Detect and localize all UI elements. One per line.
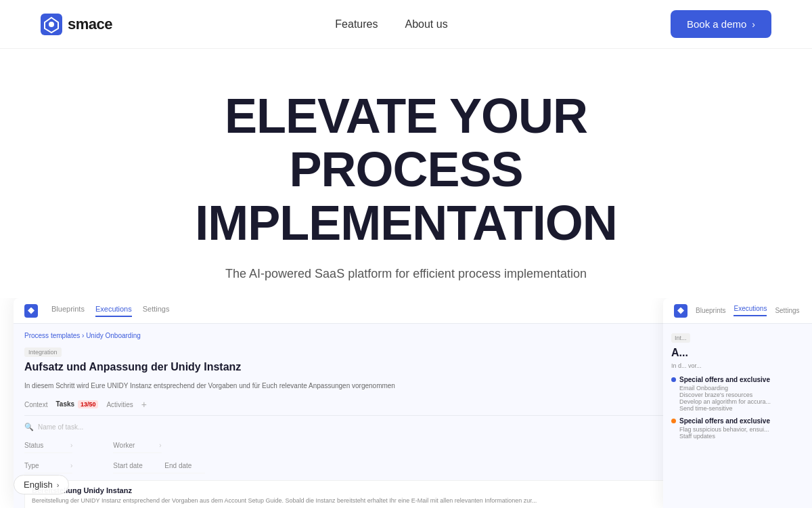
screenshot-area: Blueprints Executions Settings msadovaya…: [0, 298, 812, 508]
right-list-item-2: Special offers and exclusive Flag suspic…: [671, 417, 804, 440]
right-desc: In d... vor...: [671, 362, 804, 369]
language-selector[interactable]: English ›: [14, 475, 69, 494]
tab-activities[interactable]: Activities: [106, 401, 133, 408]
right-list-2-sub-1: Flag suspicious behavior, ensui...: [679, 426, 804, 433]
svg-point-1: [49, 22, 54, 27]
language-arrow-icon: ›: [57, 481, 60, 489]
navbar: smace Features About us Book a demo ›: [0, 0, 812, 49]
filter-type-arrow-icon: ›: [70, 462, 72, 469]
nav-links: Features About us: [335, 18, 447, 30]
tab-tasks[interactable]: Tasks 13/50: [55, 400, 98, 408]
mockup-logo-icon: [24, 304, 38, 318]
right-topbar: Blueprints Executions Settings: [663, 298, 812, 324]
right-list-2-sub-2: Staff updates: [679, 433, 804, 440]
right-list-1-sub-1: Email Onboarding: [679, 385, 804, 391]
add-tab-icon[interactable]: +: [141, 399, 147, 410]
filter-worker[interactable]: Worker ›: [113, 438, 161, 453]
mockup-nav: Blueprints Executions Settings: [51, 305, 671, 317]
right-list-2-content: Special offers and exclusive Flag suspic…: [679, 417, 804, 440]
right-integration-tag: Int...: [671, 333, 690, 343]
right-dot-blue: [671, 377, 676, 382]
filter-status[interactable]: Status ›: [24, 438, 72, 453]
logo-text: smace: [68, 16, 112, 33]
app-mockup-right: Blueprints Executions Settings Int... A.…: [663, 298, 812, 508]
right-list-1-sub-4: Send time-sensitive: [679, 405, 804, 412]
mockup-task-title: Aufsatz und Anpassung der Unidy Instanz: [24, 361, 241, 373]
smace-logo-icon: [41, 14, 62, 35]
right-nav-settings[interactable]: Settings: [775, 307, 799, 314]
filter-type[interactable]: Type ›: [24, 459, 72, 473]
right-content: Int... A... In d... vor... Special offer…: [663, 324, 812, 452]
hero-subtitle: The AI-powered SaaS platform for efficie…: [14, 267, 798, 281]
mockup-nav-settings[interactable]: Settings: [143, 305, 170, 317]
nav-book-demo-button[interactable]: Book a demo ›: [671, 10, 771, 38]
mockup-nav-blueprints[interactable]: Blueprints: [51, 305, 85, 317]
nav-about[interactable]: About us: [405, 18, 447, 30]
right-dot-orange: [671, 419, 676, 423]
language-label: English: [24, 480, 53, 490]
filter-worker-arrow-icon: ›: [159, 442, 161, 449]
nav-features[interactable]: Features: [335, 18, 378, 30]
mockup-integration-tag: Integration: [24, 347, 62, 357]
filter-arrow-icon: ›: [70, 442, 72, 449]
right-list-1-sub-3: Develop an algorithm for accura...: [679, 398, 804, 405]
tasks-badge: 13/50: [78, 400, 99, 408]
right-nav-executions[interactable]: Executions: [734, 305, 767, 316]
right-list-1-title: Special offers and exclusive: [679, 376, 804, 383]
right-list-item-1: Special offers and exclusive Email Onboa…: [671, 376, 804, 412]
right-list-2-title: Special offers and exclusive: [679, 417, 804, 425]
hero-title: ELEVATE YOUR PROCESS IMPLEMENTATION: [135, 89, 677, 251]
right-list-1-content: Special offers and exclusive Email Onboa…: [679, 376, 804, 412]
right-list-1-sub-2: Discover braze's resources: [679, 391, 804, 398]
tab-context[interactable]: Context: [24, 401, 47, 408]
right-title: A...: [671, 347, 804, 359]
search-icon: 🔍: [24, 423, 34, 431]
cta-arrow-icon: ›: [752, 19, 755, 30]
filter-dates[interactable]: Start date End date: [113, 459, 205, 473]
right-nav-blueprints[interactable]: Blueprints: [696, 307, 725, 314]
search-placeholder[interactable]: Name of task...: [38, 423, 83, 431]
logo[interactable]: smace: [41, 14, 112, 35]
right-mockup-logo: [674, 304, 687, 318]
mockup-nav-executions[interactable]: Executions: [95, 305, 132, 317]
